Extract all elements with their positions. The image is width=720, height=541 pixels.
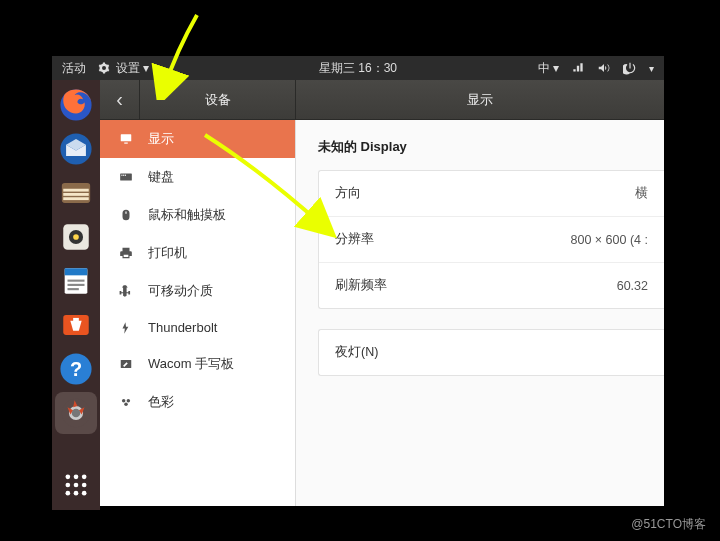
- svg-point-22: [82, 475, 87, 480]
- launcher-thunderbird[interactable]: [55, 128, 97, 170]
- sidebar-item-label: Wacom 手写板: [148, 355, 234, 373]
- sidebar-item-wacom[interactable]: Wacom 手写板: [100, 345, 295, 383]
- show-apps[interactable]: [55, 464, 97, 506]
- sidebar-item-removable[interactable]: 可移动介质: [100, 272, 295, 310]
- color-icon: [118, 395, 134, 409]
- display-settings-list: 方向 横 分辨率 800 × 600 (4 : 刷新频率 60.32: [318, 170, 664, 309]
- row-value: 800 × 600 (4 :: [571, 233, 649, 247]
- printer-icon: [118, 246, 134, 260]
- display-icon: [118, 132, 134, 146]
- sidebar-item-color[interactable]: 色彩: [100, 383, 295, 421]
- row-label: 夜灯(N): [335, 344, 378, 361]
- sidebar-item-label: 色彩: [148, 393, 174, 411]
- svg-rect-31: [120, 174, 132, 181]
- sidebar-item-label: 鼠标和触摸板: [148, 206, 226, 224]
- svg-rect-10: [65, 268, 88, 275]
- svg-rect-32: [121, 175, 122, 176]
- sidebar-item-display[interactable]: 显示: [100, 120, 295, 158]
- row-label: 刷新频率: [335, 277, 387, 294]
- launcher-firefox[interactable]: [55, 84, 97, 126]
- sidebar-item-thunderbolt[interactable]: Thunderbolt: [100, 310, 295, 345]
- svg-point-23: [66, 483, 71, 488]
- sidebar-item-keyboard[interactable]: 键盘: [100, 158, 295, 196]
- sidebar: 显示 键盘 鼠标和触摸板 打印机 可移动介质 Thunderbolt: [100, 120, 296, 506]
- app-menu-label: 设置 ▾: [116, 60, 149, 77]
- row-night-light[interactable]: 夜灯(N): [319, 330, 664, 375]
- row-value: 60.32: [617, 279, 648, 293]
- svg-point-8: [73, 234, 79, 240]
- sidebar-item-label: 键盘: [148, 168, 174, 186]
- sidebar-item-label: 打印机: [148, 244, 187, 262]
- row-label: 方向: [335, 185, 361, 202]
- top-panel: 活动 设置 ▾ 星期三 16：30 中 ▾ ▾: [52, 56, 664, 80]
- row-refresh[interactable]: 刷新频率 60.32: [319, 263, 664, 308]
- headerbar: ‹ 设备 显示: [100, 80, 664, 120]
- svg-rect-3: [63, 189, 89, 192]
- svg-point-37: [127, 399, 130, 403]
- header-right-title: 显示: [296, 80, 664, 119]
- launcher-rhythmbox[interactable]: [55, 216, 97, 258]
- svg-rect-5: [63, 197, 89, 200]
- svg-rect-12: [68, 284, 85, 286]
- svg-point-27: [74, 491, 79, 496]
- sidebar-item-label: 显示: [148, 130, 174, 148]
- svg-rect-11: [68, 280, 85, 282]
- row-label: 分辨率: [335, 231, 374, 248]
- svg-rect-34: [125, 175, 126, 176]
- row-resolution[interactable]: 分辨率 800 × 600 (4 :: [319, 217, 664, 263]
- svg-point-36: [122, 399, 126, 403]
- power-icon[interactable]: [623, 61, 637, 75]
- row-value: 横: [635, 185, 648, 202]
- svg-point-25: [82, 483, 87, 488]
- tablet-icon: [118, 357, 134, 371]
- content: 未知的 Display 方向 横 分辨率 800 × 600 (4 : 刷新频率…: [296, 120, 664, 506]
- chevron-down-icon: ▾: [649, 63, 654, 74]
- launcher: ?: [52, 80, 100, 510]
- usb-icon: [118, 284, 134, 298]
- svg-point-19: [72, 409, 81, 418]
- svg-rect-13: [68, 288, 79, 290]
- gear-icon: [98, 62, 110, 74]
- svg-rect-29: [121, 134, 132, 141]
- svg-rect-33: [123, 175, 124, 176]
- section-title: 未知的 Display: [318, 138, 664, 156]
- header-left-title: 设备: [140, 91, 295, 109]
- sidebar-item-mouse[interactable]: 鼠标和触摸板: [100, 196, 295, 234]
- watermark: @51CTO博客: [631, 516, 706, 533]
- svg-point-24: [74, 483, 79, 488]
- svg-rect-15: [73, 318, 79, 322]
- svg-point-26: [66, 491, 71, 496]
- app-menu[interactable]: 设置 ▾: [98, 60, 149, 77]
- svg-text:?: ?: [70, 358, 82, 380]
- back-button[interactable]: ‹: [100, 80, 140, 119]
- svg-rect-30: [124, 143, 128, 144]
- svg-point-21: [74, 475, 79, 480]
- launcher-files[interactable]: [55, 172, 97, 214]
- network-icon[interactable]: [571, 61, 585, 75]
- settings-window: ‹ 设备 显示 显示 键盘 鼠标和触摸板 打印机 可: [100, 80, 664, 506]
- volume-icon[interactable]: [597, 61, 611, 75]
- sidebar-item-label: Thunderbolt: [148, 320, 217, 335]
- launcher-software[interactable]: [55, 304, 97, 346]
- input-method[interactable]: 中 ▾: [538, 60, 559, 77]
- launcher-settings[interactable]: [55, 392, 97, 434]
- svg-point-20: [66, 475, 71, 480]
- launcher-writer[interactable]: [55, 260, 97, 302]
- svg-point-38: [124, 403, 128, 407]
- sidebar-item-printer[interactable]: 打印机: [100, 234, 295, 272]
- svg-point-28: [82, 491, 87, 496]
- svg-rect-4: [63, 193, 89, 196]
- sidebar-item-label: 可移动介质: [148, 282, 213, 300]
- row-orientation[interactable]: 方向 横: [319, 171, 664, 217]
- night-light-list: 夜灯(N): [318, 329, 664, 376]
- thunderbolt-icon: [118, 321, 134, 335]
- mouse-icon: [118, 208, 134, 222]
- launcher-help[interactable]: ?: [55, 348, 97, 390]
- keyboard-icon: [118, 170, 134, 184]
- activities-button[interactable]: 活动: [62, 60, 86, 77]
- clock: 星期三 16：30: [319, 60, 397, 77]
